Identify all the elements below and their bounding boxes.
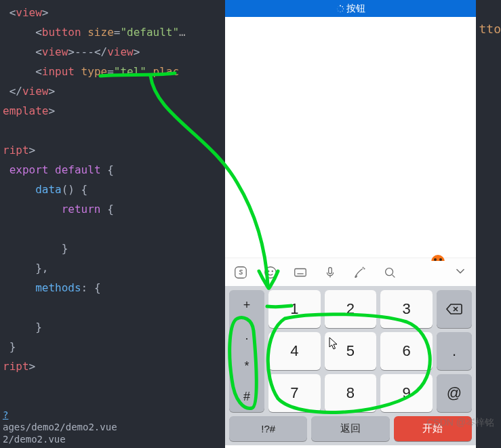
key-4[interactable]: 4 — [268, 332, 321, 370]
code-editor[interactable]: <view> <button size="default"… <view>---… — [0, 0, 225, 448]
key-hash[interactable]: # — [243, 382, 250, 412]
key-7[interactable]: 7 — [268, 374, 321, 412]
key-1[interactable]: 1 — [268, 290, 321, 328]
header-title: 按钮 — [346, 3, 365, 14]
chevron-down-icon[interactable] — [453, 264, 468, 281]
key-3[interactable]: 3 — [380, 290, 433, 328]
svg-point-6 — [336, 8, 337, 9]
key-backspace[interactable] — [437, 290, 472, 328]
tag-view: view — [16, 6, 42, 19]
svg-point-3 — [342, 11, 342, 12]
svg-point-15 — [363, 267, 363, 268]
search-icon[interactable] — [382, 265, 397, 280]
svg-rect-13 — [329, 267, 332, 273]
svg-point-4 — [340, 12, 340, 12]
svg-point-10 — [268, 270, 269, 271]
svg-point-2 — [342, 8, 344, 9]
tag-input: input — [42, 65, 75, 78]
svg-point-16 — [386, 268, 393, 275]
key-6[interactable]: 6 — [380, 332, 433, 370]
key-2[interactable]: 2 — [325, 290, 377, 328]
watermark: CSDN @岑梓铭 — [426, 417, 494, 429]
loading-icon — [336, 5, 344, 13]
key-star[interactable]: * — [244, 351, 249, 382]
sogou-icon[interactable] — [233, 265, 248, 280]
svg-point-7 — [338, 6, 338, 7]
svg-point-14 — [364, 268, 365, 269]
key-9[interactable]: 9 — [380, 374, 433, 412]
phone-content-area[interactable] — [225, 17, 476, 258]
key-period[interactable]: . — [437, 332, 472, 370]
microphone-icon[interactable] — [323, 265, 338, 280]
phone-simulator: 按钮 + . * # 1 2 3 4 5 6 . 7 — [225, 0, 476, 448]
right-code-snippet: tto — [479, 22, 501, 36]
app-header: 按钮 — [225, 0, 476, 17]
brush-icon[interactable] — [353, 265, 367, 280]
key-plus[interactable]: + — [243, 290, 251, 321]
svg-point-11 — [272, 270, 273, 271]
svg-point-0 — [340, 5, 341, 7]
svg-point-9 — [265, 266, 277, 278]
keyboard-icon[interactable] — [293, 265, 308, 280]
tag-button: button — [42, 26, 81, 39]
emoji-icon[interactable] — [263, 265, 278, 280]
svg-rect-12 — [295, 268, 306, 276]
key-symbols[interactable]: !?# — [229, 416, 307, 441]
fox-avatar[interactable] — [431, 255, 445, 268]
key-5[interactable]: 5 — [325, 332, 377, 370]
keyboard-toolbar — [225, 258, 476, 286]
svg-point-5 — [338, 11, 338, 12]
key-back[interactable]: 返回 — [311, 416, 389, 441]
numeric-keyboard: + . * # 1 2 3 4 5 6 . 7 8 9 @ — [225, 286, 476, 416]
key-at[interactable]: @ — [437, 374, 472, 412]
svg-rect-8 — [235, 266, 247, 278]
key-8[interactable]: 8 — [325, 374, 377, 412]
svg-point-1 — [342, 6, 343, 7]
symbol-column: + . * # — [229, 290, 264, 412]
key-dot[interactable]: . — [245, 321, 248, 351]
terminal-output: ? ages/demo2/demo2.vue 2/demo2.vue — [0, 409, 225, 448]
